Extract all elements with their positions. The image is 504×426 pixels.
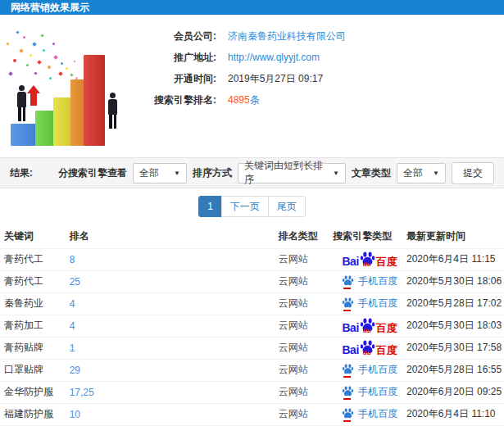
illustration-bar-red xyxy=(84,55,105,146)
baidu-du-text: du xyxy=(363,350,371,356)
engine-cell: 手机百度 xyxy=(333,381,406,403)
rank-type-cell: 云网站 xyxy=(279,292,334,315)
rank-link[interactable]: 8 xyxy=(70,254,75,265)
info-row-rank-count: 搜索引擎排名:4895条 xyxy=(141,89,504,111)
baidu-cn-text: 百度 xyxy=(376,256,397,267)
keyword-ranking-table: 关键词 排名 排名类型 搜索引擎类型 最新更新时间 膏药代工8云网站Baidu百… xyxy=(0,225,504,426)
baidu-mobile-logo: 手机百度 xyxy=(342,363,397,377)
result-label: 结果: xyxy=(10,166,33,180)
last-page-button[interactable]: 尾页 xyxy=(268,196,306,217)
filter-bar: 结果: 分搜索引擎查看 全部▼ 排序方式 关键词由短到长排序▼ 文章类型 全部▼… xyxy=(0,157,504,188)
header-keyword: 关键词 xyxy=(0,225,70,248)
confetti-dot xyxy=(19,48,24,53)
keyword-cell: 膏药贴牌 xyxy=(0,337,70,359)
rank-count-unit[interactable]: 条 xyxy=(250,94,260,106)
confetti-dot xyxy=(61,62,63,65)
baidu-mobile-text: 手机百度 xyxy=(358,363,397,377)
engine-cell: Baidu百度 xyxy=(333,337,406,359)
updated-cell: 2020年6月4日 11:15 xyxy=(406,248,504,270)
filter-controls: 分搜索引擎查看 全部▼ 排序方式 关键词由短到长排序▼ 文章类型 全部▼ 提交 xyxy=(58,162,494,184)
keyword-cell: 金华防护服 xyxy=(0,381,70,403)
promo-url-label: 推广地址: xyxy=(141,47,216,68)
baidu-pc-logo: Baidu百度 xyxy=(342,318,397,333)
rank-cell: 4 xyxy=(70,292,279,315)
rank-cell: 10 xyxy=(70,403,279,425)
next-page-button[interactable]: 下一页 xyxy=(221,196,269,217)
keyword-cell: 膏药加工 xyxy=(0,315,70,337)
businessman-figure-right xyxy=(107,93,119,129)
rank-type-cell: 云网站 xyxy=(279,359,334,381)
rank-link[interactable]: 29 xyxy=(70,365,80,376)
sort-select[interactable]: 关键词由短到长排序▼ xyxy=(238,163,346,184)
confetti-dot xyxy=(32,42,37,47)
updated-cell: 2020年5月28日 16:55 xyxy=(406,359,504,381)
confetti-dot xyxy=(74,61,75,62)
rank-cell: 25 xyxy=(70,270,279,292)
rank-link[interactable]: 4 xyxy=(70,298,75,310)
engine-cell: Baidu百度 xyxy=(333,248,406,270)
rank-link[interactable]: 1 xyxy=(70,342,75,354)
baidu-bai-text: Bai xyxy=(342,322,358,333)
baidu-pc-logo: Baidu百度 xyxy=(342,340,397,356)
updated-cell: 2020年5月28日 17:02 xyxy=(406,292,504,315)
rank-count-number: 4895 xyxy=(228,94,250,106)
rank-type-cell: 云网站 xyxy=(279,315,334,337)
updated-cell: 2020年5月30日 18:06 xyxy=(406,270,504,292)
updated-cell: 2020年5月30日 17:58 xyxy=(406,337,504,359)
rank-link[interactable]: 10 xyxy=(70,409,80,420)
confetti-dot xyxy=(30,54,32,57)
header-engine-type: 搜索引擎类型 xyxy=(333,225,406,248)
baidu-mobile-text: 手机百度 xyxy=(358,297,397,310)
article-type-select[interactable]: 全部▼ xyxy=(397,163,446,184)
keyword-cell: 膏药代工 xyxy=(0,270,70,292)
baidu-mobile-logo: 手机百度 xyxy=(342,297,397,310)
header-updated: 最新更新时间 xyxy=(406,225,504,248)
updated-cell: 2020年5月30日 18:03 xyxy=(406,315,504,337)
info-row-open-time: 开通时间:2019年5月27日 09:17 xyxy=(141,68,504,89)
chevron-down-icon: ▼ xyxy=(333,170,339,177)
up-arrow-icon xyxy=(27,85,40,106)
engine-filter-label: 分搜索引擎查看 xyxy=(58,166,127,180)
rank-link[interactable]: 25 xyxy=(70,276,80,288)
baidu-bai-text: Bai xyxy=(342,256,358,267)
table-row: 膏药代工8云网站Baidu百度2020年6月4日 11:15 xyxy=(0,248,504,270)
engine-cell: 手机百度 xyxy=(333,359,406,381)
baidu-mobile-text: 手机百度 xyxy=(358,385,397,399)
info-rows: 会员公司:济南秦鲁药业科技有限公司 推广地址:http://www.qlyyjt… xyxy=(141,15,504,111)
bar-chart-illustration xyxy=(2,25,139,154)
chevron-down-icon: ▼ xyxy=(174,170,180,177)
updated-cell: 2020年6月4日 11:10 xyxy=(406,403,504,425)
header-rank-type: 排名类型 xyxy=(279,225,334,248)
title-bar: 网络营销效果展示 xyxy=(0,0,504,15)
chevron-down-icon: ▼ xyxy=(433,170,439,177)
engine-select[interactable]: 全部▼ xyxy=(133,163,187,184)
promo-url-link[interactable]: http://www.qlyyjt.com xyxy=(228,52,320,63)
keyword-cell: 膏药代工 xyxy=(0,248,70,270)
updated-cell: 2020年6月20日 09:25 xyxy=(406,381,504,403)
baidu-pc-logo: Baidu百度 xyxy=(342,252,397,267)
confetti-dot xyxy=(13,59,16,62)
baidu-bai-text: Bai xyxy=(342,344,358,356)
baidu-du-text: du xyxy=(363,261,371,268)
company-link[interactable]: 济南秦鲁药业科技有限公司 xyxy=(228,30,346,42)
baidu-mobile-logo: 手机百度 xyxy=(342,274,397,288)
page-button-current[interactable]: 1 xyxy=(198,196,222,217)
paw-icon xyxy=(342,408,354,419)
rank-link[interactable]: 17,25 xyxy=(70,387,94,398)
engine-select-value: 全部 xyxy=(139,166,159,180)
confetti-dot xyxy=(8,71,13,76)
confetti-dot xyxy=(52,43,55,45)
header-rank: 排名 xyxy=(70,225,279,248)
confetti-dot xyxy=(48,66,51,69)
confetti-dot xyxy=(66,67,68,70)
rank-cell: 29 xyxy=(70,359,279,381)
submit-button[interactable]: 提交 xyxy=(452,162,494,184)
open-time-label: 开通时间: xyxy=(141,68,216,89)
article-type-label: 文章类型 xyxy=(352,166,391,180)
rank-cell: 4 xyxy=(70,315,279,337)
info-row-company: 会员公司:济南秦鲁药业科技有限公司 xyxy=(141,25,504,47)
confetti-dot xyxy=(40,34,43,37)
rank-link[interactable]: 4 xyxy=(70,320,75,332)
engine-cell: 手机百度 xyxy=(333,403,406,425)
info-row-url: 推广地址:http://www.qlyyjt.com xyxy=(141,47,504,68)
